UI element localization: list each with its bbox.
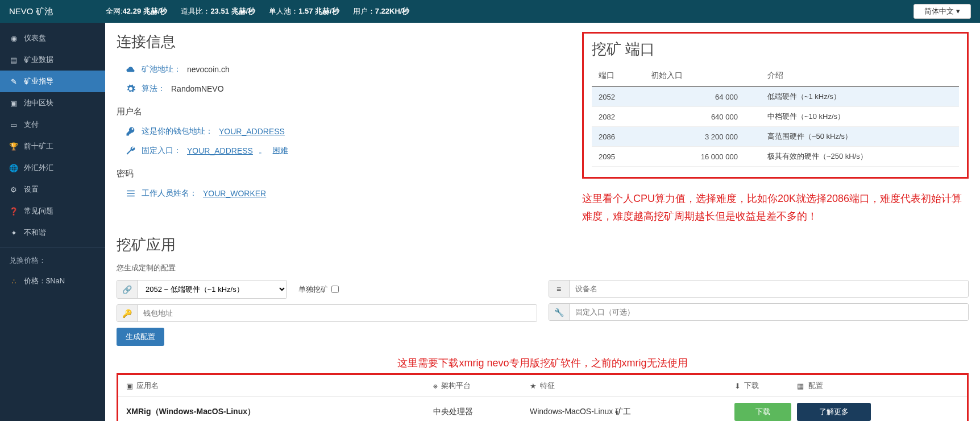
port-select-group: 🔗 2052 − 低端硬件（~1 kHz/s） [117, 280, 287, 299]
wallet-value-link[interactable]: YOUR_ADDRESS [219, 127, 285, 136]
wrench-icon: 🔧 [549, 304, 570, 320]
annotation-ports: 这里看个人CPU算力值，选择难度，比如你20K就选择2086端口，难度代表初始计… [582, 190, 969, 225]
sidebar-item-top-miners[interactable]: 🏆前十矿工 [0, 135, 105, 157]
username-subhead: 用户名 [117, 106, 571, 117]
device-input-group: ≡ [549, 280, 969, 298]
coin-icon: ⛬ [9, 277, 18, 286]
trophy-icon: 🏆 [9, 142, 18, 151]
table-row: 2082640 000中档硬件（~10 kHz/s） [592, 107, 959, 127]
link-icon: 🔗 [117, 280, 138, 298]
diff-input[interactable] [570, 304, 969, 320]
password-subhead: 密码 [117, 168, 571, 179]
download-icon: ⬇ [734, 382, 741, 390]
pool-address-line: 矿池地址：nevocoin.ch [117, 60, 571, 79]
money-icon: ▭ [9, 121, 18, 129]
language-select[interactable]: 简体中文 ▾ [913, 4, 971, 19]
learn-more-button[interactable]: 了解更多 [797, 403, 871, 421]
sidebar-item-dashboard[interactable]: ◉仪表盘 [0, 27, 105, 49]
question-icon: ❓ [9, 207, 18, 216]
chart-icon: ▤ [9, 56, 18, 64]
sidebar-item-blocks[interactable]: ▣池中区块 [0, 92, 105, 114]
main-content: 连接信息 矿池地址：nevocoin.ch 算法：RandomNEVO 用户名 … [105, 0, 980, 421]
sidebar-item-payments[interactable]: ▭支付 [0, 114, 105, 135]
app-arch: 中央处理器 [433, 407, 530, 417]
discord-icon: ✦ [9, 229, 18, 237]
wallet-line: 这是你的钱包地址：YOUR_ADDRESS [117, 122, 571, 141]
sidebar-item-faq[interactable]: ❓常见问题 [0, 200, 105, 222]
stat-solo: 单人池：1.57 兆赫/秒 [269, 6, 339, 16]
ports-th-desc: 介绍 [761, 65, 959, 87]
stats-bar: 全网:42.29 兆赫/秒 道具比：23.51 兆赫/秒 单人池：1.57 兆赫… [106, 6, 913, 16]
solo-mining-checkbox[interactable]: 单独挖矿 [298, 284, 339, 295]
dashboard-icon: ◉ [9, 34, 18, 43]
globe-icon: 🌐 [9, 164, 18, 172]
cloud-icon [126, 64, 136, 75]
fixed-diff-line: 固定入口：YOUR_ADDRESS。困难 [117, 141, 571, 160]
connection-title: 连接信息 [117, 32, 571, 52]
config-icon: ▦ [797, 382, 804, 390]
topbar: NEVO 矿池 全网:42.29 兆赫/秒 道具比：23.51 兆赫/秒 单人池… [0, 0, 980, 23]
brand-title: NEVO 矿池 [9, 6, 106, 17]
annotation-xmrig: 这里需要下载xmrig nevo专用版挖矿软件，之前的xmrig无法使用 [117, 356, 969, 370]
mining-apps-title: 挖矿应用 [117, 235, 969, 255]
fixed-value-link[interactable]: YOUR_ADDRESS [187, 146, 253, 155]
pencil-icon: ✎ [9, 77, 18, 86]
stat-user: 用户：7.22KH/秒 [353, 6, 410, 16]
cubes-icon: ▣ [9, 99, 18, 108]
ports-th-port: 端口 [592, 65, 644, 87]
sidebar-item-discord[interactable]: ✦不和谐 [0, 222, 105, 243]
config-panel: 您生成定制的配置 🔗 2052 − 低端硬件（~1 kHz/s） 单独挖矿 🔑 [117, 263, 969, 346]
sidebar-item-mining-data[interactable]: ▤矿业数据 [0, 49, 105, 71]
ports-title: 挖矿 端口 [592, 39, 959, 59]
app-feat: Windows-MacOS-Linux 矿工 [530, 407, 734, 417]
sidebar-item-mining-guide[interactable]: ✎矿业指导 [0, 71, 105, 92]
sidebar-item-settings[interactable]: ⚙设置 [0, 179, 105, 200]
stat-network: 全网:42.29 兆赫/秒 [106, 6, 167, 16]
gears-icon [126, 84, 136, 94]
app-icon: ▣ [126, 382, 133, 390]
star-icon: ★ [530, 382, 537, 390]
ports-table: 端口 初始入口 介绍 205264 000低端硬件（~1 kHz/s） 2082… [592, 65, 959, 167]
apps-table: ▣应用名 ⎈架构平台 ★特征 ⬇下载 ▦配置 XMRig（Windows-Mac… [117, 373, 969, 421]
worker-value-link[interactable]: YOUR_WORKER [203, 189, 266, 198]
arch-icon: ⎈ [433, 382, 438, 390]
list-icon [126, 188, 136, 199]
table-row: 205264 000低端硬件（~1 kHz/s） [592, 87, 959, 107]
table-row: 20863 200 000高范围硬件（~50 kHz/s） [592, 127, 959, 147]
ports-panel: 挖矿 端口 端口 初始入口 介绍 205264 000低端硬件（~1 kHz/s… [582, 32, 969, 179]
table-row: 209516 000 000极其有效的硬件（~250 kH/s） [592, 147, 959, 167]
algo-line: 算法：RandomNEVO [117, 79, 571, 98]
ports-th-diff: 初始入口 [644, 65, 760, 87]
sidebar-item-exchange[interactable]: 🌐外汇外汇 [0, 157, 105, 179]
port-select[interactable]: 2052 − 低端硬件（~1 kHz/s） [138, 280, 286, 298]
diff-input-group: 🔧 [549, 303, 969, 321]
key-icon [126, 126, 136, 137]
device-input[interactable] [570, 280, 969, 297]
price-group-label: 兑换价格： [0, 251, 105, 270]
sidebar: ◉仪表盘 ▤矿业数据 ✎矿业指导 ▣池中区块 ▭支付 🏆前十矿工 🌐外汇外汇 ⚙… [0, 0, 105, 421]
app-name: XMRig（Windows-MacOS-Linux） [126, 407, 433, 417]
generate-config-button[interactable]: 生成配置 [117, 328, 164, 346]
fixed-diff-link[interactable]: 困难 [272, 146, 288, 156]
wallet-input-group: 🔑 [117, 304, 537, 322]
config-hint: 您生成定制的配置 [117, 263, 969, 273]
wrench-icon [126, 146, 136, 156]
list-icon: ≡ [549, 280, 570, 297]
worker-line: 工作人员姓名：YOUR_WORKER [117, 184, 571, 203]
wallet-input[interactable] [138, 305, 537, 321]
apps-header-row: ▣应用名 ⎈架构平台 ★特征 ⬇下载 ▦配置 [118, 375, 967, 397]
download-button[interactable]: 下载 [734, 403, 791, 421]
gear-icon: ⚙ [9, 185, 18, 194]
key-icon: 🔑 [117, 305, 138, 321]
stat-pool: 道具比：23.51 兆赫/秒 [181, 6, 255, 16]
apps-row-xmrig: XMRig（Windows-MacOS-Linux） 中央处理器 Windows… [118, 397, 967, 421]
sidebar-item-price[interactable]: ⛬价格：$NaN [0, 270, 105, 292]
